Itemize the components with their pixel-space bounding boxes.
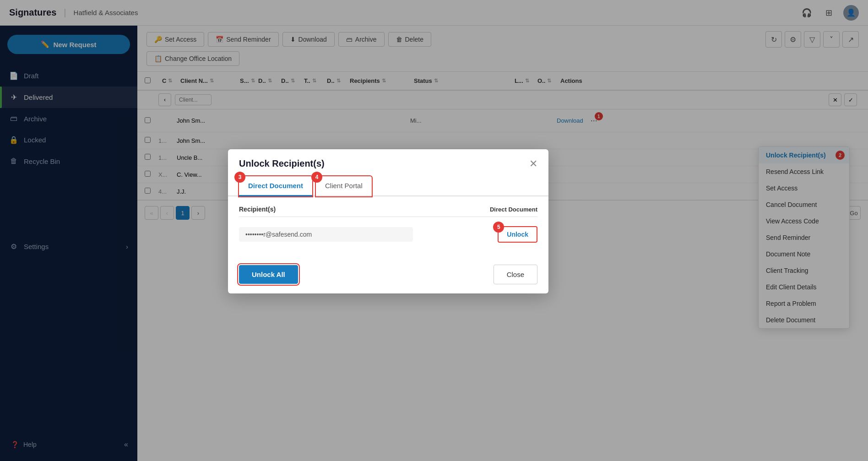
modal-header: Unlock Recipient(s) ✕: [228, 149, 548, 176]
unlock-btn-wrapper: Unlock 5: [498, 226, 537, 243]
modal-tabs: Direct Document 3 Client Portal 4: [228, 176, 548, 196]
close-modal-button[interactable]: Close: [494, 265, 537, 284]
recipient-email-wrapper: ••••••••r@safesend.com: [239, 227, 498, 242]
recipient-email: ••••••••r@safesend.com: [239, 227, 413, 242]
tab-client-portal[interactable]: Client Portal: [316, 176, 372, 196]
modal-footer: Unlock All Close: [228, 257, 548, 293]
modal-body: Recipient(s) Direct Document ••••••••r@s…: [228, 196, 548, 257]
modal-overlay: Unlock Recipient(s) ✕ Direct Document 3 …: [0, 0, 868, 461]
direct-document-section-title: Direct Document: [490, 206, 537, 213]
client-portal-tab-label: Client Portal: [325, 182, 363, 190]
tab-badge-3: 3: [234, 172, 245, 183]
recipients-section-title: Recipient(s): [239, 206, 276, 213]
modal-title: Unlock Recipient(s): [239, 158, 325, 169]
modal-close-button[interactable]: ✕: [529, 159, 537, 169]
direct-document-tab-label: Direct Document: [248, 182, 303, 190]
client-portal-tab-wrapper: Client Portal 4: [316, 176, 372, 195]
direct-document-tab-wrapper: Direct Document 3: [239, 176, 312, 195]
tab-badge-4: 4: [311, 172, 322, 183]
recipient-row: ••••••••r@safesend.com Unlock 5: [239, 222, 537, 246]
modal-section-header: Recipient(s) Direct Document: [239, 206, 537, 217]
unlock-recipients-modal: Unlock Recipient(s) ✕ Direct Document 3 …: [228, 149, 548, 293]
recipient-row-wrapper: ••••••••r@safesend.com Unlock 5: [239, 222, 537, 246]
unlock-all-button[interactable]: Unlock All: [239, 265, 298, 284]
tab-direct-document[interactable]: Direct Document: [239, 176, 312, 196]
